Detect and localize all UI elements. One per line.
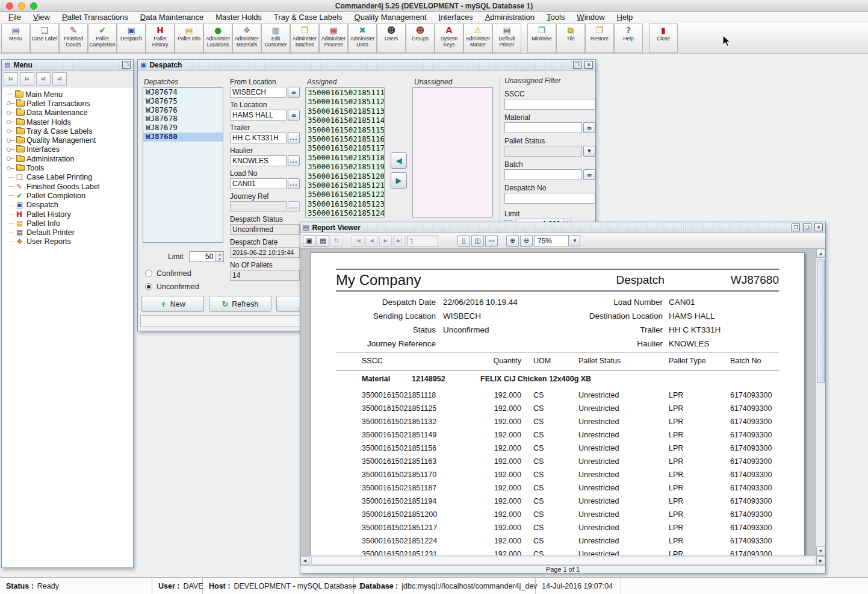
load-no-browse-button[interactable]: ... <box>288 178 300 189</box>
report-save-button[interactable]: ▣ <box>303 235 315 247</box>
report-next-page-button[interactable]: ▶ <box>379 235 392 247</box>
filter-batch-field[interactable] <box>504 169 582 180</box>
spin-down-icon[interactable]: ▼ <box>216 257 223 261</box>
toolbar-button-edit-customer[interactable]: ▥ Edit Customer <box>261 23 290 53</box>
filter-despatch-no-field[interactable] <box>504 193 595 204</box>
despatch-list[interactable]: WJ87674 WJ87675 WJ87676 WJ87678 WJ87679 … <box>143 87 223 243</box>
despatch-window-close-button[interactable]: ✕ <box>584 61 593 69</box>
report-last-page-button[interactable]: ▶| <box>393 235 406 247</box>
report-refresh-button[interactable]: ↻ <box>330 235 343 247</box>
tree-expand-handle[interactable] <box>7 157 16 161</box>
tree-item-pallet-info[interactable]: ▤ Pallet Info <box>2 219 133 228</box>
menubar-item[interactable]: Data Maintenance <box>134 13 210 22</box>
limit-spinner-buttons[interactable]: ▲▼ <box>215 252 223 261</box>
report-horizontal-scrollbar[interactable]: ◀ ▶ <box>300 555 825 565</box>
spin-up-icon[interactable]: ▲ <box>216 252 223 257</box>
scroll-down-button[interactable]: ▼ <box>816 546 825 555</box>
assigned-sscc-item[interactable]: 350001615021851248 <box>306 208 384 217</box>
toolbar-button-administer-locations[interactable]: ● Administer Locations <box>203 23 232 53</box>
assigned-sscc-item[interactable]: 350001615021851125 <box>306 97 384 106</box>
report-vertical-scrollbar[interactable]: ▲ ▼ <box>816 249 825 555</box>
toolbar-button-pallet-history[interactable]: H Pallet History <box>146 23 175 53</box>
unassigned-sscc-list[interactable] <box>412 87 493 217</box>
tree-item-case-label-printing[interactable]: ❏ Case Label Printing <box>2 173 133 182</box>
menubar-item[interactable]: Master Holds <box>209 13 268 22</box>
toolbar-button-administer-units[interactable]: ✖ Administer Units <box>348 23 377 53</box>
toolbar-button-pallet-completion[interactable]: ✔ Pallet Completion <box>88 23 117 53</box>
collapse-branch-button[interactable]: ⊲ <box>36 72 51 86</box>
assigned-sscc-item[interactable]: 350001615021851170 <box>306 143 384 152</box>
tree-expand-handle[interactable] <box>7 205 16 205</box>
haulier-browse-button[interactable]: ... <box>288 155 300 166</box>
filter-material-field[interactable] <box>504 122 582 133</box>
tree-expand-handle[interactable] <box>7 242 16 242</box>
tree-expand-handle[interactable] <box>7 177 16 178</box>
tree-expand-handle[interactable] <box>7 166 16 170</box>
assigned-sscc-item[interactable]: 350001615021851156 <box>306 125 384 134</box>
unconfirmed-radio[interactable] <box>145 283 152 290</box>
tree-item-user-reports[interactable]: ❖ User Reports <box>2 237 133 246</box>
toolbar-button-administer-process[interactable]: ▦ Administer Process <box>319 23 348 53</box>
report-viewer-close-button[interactable]: ✕ <box>814 224 823 231</box>
tree-expand-handle[interactable] <box>7 148 16 152</box>
menu-window-restore-button[interactable]: ❐ <box>122 61 131 69</box>
assign-left-button[interactable]: ◀ <box>391 152 407 169</box>
report-zoom-in-button[interactable]: ⊕ <box>506 235 519 247</box>
despatch-list-item[interactable]: WJ87680 <box>143 133 223 142</box>
tree-item-pallet-completion[interactable]: ✔ Pallet Completion <box>2 191 133 200</box>
assigned-sscc-item[interactable]: 350001615021851224 <box>306 190 384 199</box>
despatch-list-item[interactable]: WJ87678 <box>143 114 223 123</box>
toolbar-button-administer-materials[interactable]: ❖ Administer Materials <box>232 23 261 53</box>
new-button[interactable]: + New <box>141 296 204 312</box>
confirmed-radio[interactable] <box>145 270 152 277</box>
assigned-sscc-item[interactable]: 350001615021851194 <box>306 162 384 171</box>
load-no-field[interactable]: CAN01 <box>230 178 287 189</box>
trailer-browse-button[interactable]: ... <box>288 133 300 143</box>
tree-item-pallet-transactions[interactable]: Pallet Transactions <box>2 99 133 108</box>
to-location-field[interactable]: HAMS HALL <box>230 110 287 120</box>
collapse-all-button[interactable]: ⊲ <box>52 72 67 86</box>
toolbar-button-close[interactable]: ▮ Close <box>649 23 678 53</box>
filter-pallet-status-select[interactable] <box>504 146 582 157</box>
menubar-item[interactable]: Quality Management <box>349 13 433 22</box>
menubar-item[interactable]: Interfaces <box>433 13 479 22</box>
tree-expand-handle[interactable] <box>7 139 16 143</box>
report-zoom-level-field[interactable]: 75% <box>534 235 569 246</box>
report-viewer-titlebar[interactable]: ▤ Report Viewer ❐ ❏ ✕ <box>300 222 825 233</box>
menu-window-titlebar[interactable]: ▤ Menu ❐ <box>2 60 133 70</box>
horizontal-scroll-thumb[interactable] <box>311 557 814 564</box>
report-first-page-button[interactable]: |◀ <box>352 235 364 247</box>
confirmed-radio-row[interactable]: Confirmed <box>145 269 191 278</box>
tree-expand-handle[interactable] <box>7 186 16 187</box>
toolbar-button-finished-goods[interactable]: ✎ Finished Goods <box>59 23 88 53</box>
toolbar-button-system-keys[interactable]: A System Keys <box>435 23 463 53</box>
assigned-sscc-item[interactable]: 350001615021851217 <box>306 181 384 190</box>
filter-pallet-status-dropdown-button[interactable]: ▼ <box>583 146 595 157</box>
tree-expand-handle[interactable] <box>7 233 16 233</box>
report-zoom-out-button[interactable]: ⊖ <box>520 235 533 247</box>
report-prev-page-button[interactable]: ◀ <box>365 235 378 247</box>
report-viewer-minimize-button[interactable]: ❐ <box>792 224 800 231</box>
report-actual-size-button[interactable]: ▯ <box>457 235 470 247</box>
despatch-list-item[interactable]: WJ87674 <box>143 88 223 97</box>
tree-expand-handle[interactable] <box>7 129 16 133</box>
tree-item-pallet-history[interactable]: H Pallet History <box>2 210 133 219</box>
toolbar-button-help[interactable]: ? Help <box>614 23 643 53</box>
tree-item-quality-management[interactable]: Quality Management <box>2 136 133 145</box>
menubar-item[interactable]: Tray & Case Labels <box>268 13 349 22</box>
tree-item-interfaces[interactable]: Interfaces <box>2 145 133 154</box>
toolbar-button-restore[interactable]: ❐ Restore <box>585 23 614 53</box>
assigned-sscc-item[interactable]: 350001615021851132 <box>306 107 384 116</box>
toolbar-button-tile[interactable]: ⧉ Tile <box>556 23 585 53</box>
tree-expand-handle[interactable] <box>7 120 16 124</box>
toolbar-button-groups[interactable]: ☻ Groups <box>406 23 435 53</box>
assigned-sscc-item[interactable]: 350001615021851200 <box>306 172 384 181</box>
assigned-sscc-item[interactable]: 350001615021851163 <box>306 134 384 143</box>
tree-expand-handle[interactable] <box>7 111 16 115</box>
unconfirmed-radio-row[interactable]: Unconfirmed <box>145 283 199 291</box>
scroll-up-button[interactable]: ▲ <box>816 249 825 258</box>
journey-ref-browse-button[interactable]: ... <box>288 201 300 212</box>
assign-right-button[interactable]: ▶ <box>391 172 407 189</box>
toolbar-button-despatch[interactable]: ▣ Despatch <box>117 23 146 53</box>
scroll-left-button[interactable]: ◀ <box>300 556 309 565</box>
